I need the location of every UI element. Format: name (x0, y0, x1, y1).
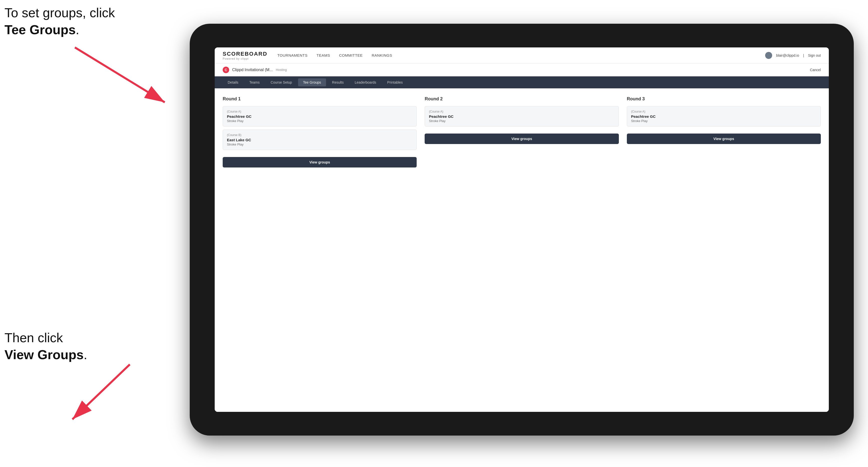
svg-line-1 (75, 48, 165, 102)
instruction-bottom-punct: . (84, 347, 87, 362)
instruction-top-punct: . (75, 23, 79, 37)
round-3-course-a-label: (Course A) (631, 110, 816, 113)
round-3-column: Round 3 (Course A) Peachtree GC Stroke P… (627, 96, 821, 167)
tablet-screen: SCOREBOARD Powered by clippt TOURNAMENTS… (215, 48, 829, 412)
rounds-container: Round 1 (Course A) Peachtree GC Stroke P… (223, 96, 821, 167)
round-1-view-groups-button[interactable]: View groups (223, 157, 417, 167)
round-2-course-a-label: (Course A) (429, 110, 614, 113)
tablet-device: SCOREBOARD Powered by clippt TOURNAMENTS… (190, 24, 854, 436)
round-2-course-a-format: Stroke Play (429, 119, 614, 123)
nav-links: TOURNAMENTS TEAMS COMMITTEE RANKINGS (277, 53, 392, 57)
sub-header: C Clippd Invitational (M... Hosting Canc… (215, 63, 829, 76)
round-1-course-a-label: (Course A) (227, 110, 412, 113)
cancel-button[interactable]: Cancel (810, 68, 821, 72)
tab-course-setup[interactable]: Course Setup (266, 79, 297, 86)
logo-main: SCOREBOARD (223, 51, 267, 57)
instruction-top-line1: To set groups, click (4, 5, 115, 20)
hosting-badge: Hosting (276, 68, 287, 72)
round-1-course-a-name: Peachtree GC (227, 114, 412, 119)
nav-tournaments[interactable]: TOURNAMENTS (277, 53, 308, 57)
nav-committee[interactable]: COMMITTEE (339, 53, 363, 57)
round-1-course-b-label: (Course B) (227, 133, 412, 137)
nav-rankings[interactable]: RANKINGS (372, 53, 392, 57)
round-2-course-a-name: Peachtree GC (429, 114, 614, 119)
tab-leaderboards[interactable]: Leaderboards (350, 79, 381, 86)
round-3-title: Round 3 (627, 96, 821, 101)
round-3-course-a-format: Stroke Play (631, 119, 816, 123)
instruction-bottom: Then click View Groups. (4, 330, 87, 363)
user-avatar (765, 52, 772, 59)
top-nav: SCOREBOARD Powered by clippt TOURNAMENTS… (215, 48, 829, 63)
tab-printables[interactable]: Printables (382, 79, 408, 86)
instruction-top-bold: Tee Groups (4, 23, 75, 37)
nav-teams[interactable]: TEAMS (316, 53, 330, 57)
round-1-course-a-format: Stroke Play (227, 119, 412, 123)
nav-right: blair@clippd.io | Sign out (765, 52, 821, 59)
round-2-title: Round 2 (425, 96, 619, 101)
tab-details[interactable]: Details (223, 79, 243, 86)
instruction-top: To set groups, click Tee Groups. (4, 4, 115, 38)
round-3-course-a-name: Peachtree GC (631, 114, 816, 119)
arrow-top (70, 42, 175, 107)
tournament-info: C Clippd Invitational (M... Hosting (223, 67, 287, 73)
arrow-bottom (60, 360, 150, 429)
svg-line-3 (72, 365, 130, 419)
tab-results[interactable]: Results (327, 79, 349, 86)
tab-tee-groups[interactable]: Tee Groups (298, 79, 326, 86)
round-2-view-groups-button[interactable]: View groups (425, 133, 619, 144)
round-1-title: Round 1 (223, 96, 417, 101)
sign-out-link[interactable]: Sign out (808, 54, 821, 57)
round-2-column: Round 2 (Course A) Peachtree GC Stroke P… (425, 96, 619, 167)
round-1-course-b-card: (Course B) East Lake GC Stroke Play (223, 129, 417, 150)
round-3-view-groups-button[interactable]: View groups (627, 133, 821, 144)
main-content: Round 1 (Course A) Peachtree GC Stroke P… (215, 88, 829, 412)
instruction-bottom-line1: Then click (4, 331, 63, 345)
nav-left: SCOREBOARD Powered by clippt TOURNAMENTS… (223, 51, 392, 60)
round-2-course-a-card: (Course A) Peachtree GC Stroke Play (425, 106, 619, 127)
instruction-bottom-bold: View Groups (4, 347, 84, 362)
round-3-course-a-card: (Course A) Peachtree GC Stroke Play (627, 106, 821, 127)
round-1-column: Round 1 (Course A) Peachtree GC Stroke P… (223, 96, 417, 167)
round-1-course-b-format: Stroke Play (227, 143, 412, 146)
logo-text: SCOREBOARD (223, 51, 267, 57)
logo-sub: Powered by clippt (223, 57, 249, 60)
tournament-logo: C (223, 67, 229, 73)
logo-area: SCOREBOARD Powered by clippt (223, 51, 267, 60)
tab-teams[interactable]: Teams (244, 79, 265, 86)
tournament-name: Clippd Invitational (M... (232, 68, 273, 72)
round-1-course-a-card: (Course A) Peachtree GC Stroke Play (223, 106, 417, 127)
round-1-course-b-name: East Lake GC (227, 138, 412, 142)
tab-bar: Details Teams Course Setup Tee Groups Re… (215, 76, 829, 88)
user-email: blair@clippd.io (776, 54, 799, 57)
